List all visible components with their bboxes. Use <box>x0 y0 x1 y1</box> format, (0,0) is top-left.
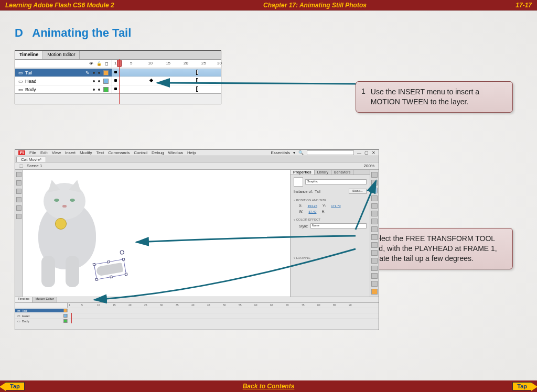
layer-body[interactable]: ▭ Body <box>15 85 112 93</box>
window-maximize-icon[interactable]: ▢ <box>364 150 369 155</box>
layer-icon: ▭ <box>18 87 23 92</box>
line-tool-icon[interactable] <box>371 219 378 224</box>
bottom-timeline: Timeline Motion Editor 1 5 10 15 20 25 3… <box>15 297 379 330</box>
color-swatch <box>103 70 109 75</box>
style-dropdown[interactable]: None <box>310 223 367 228</box>
section-prefix: D <box>15 26 29 40</box>
tap-prev-button[interactable]: Tap <box>5 382 25 390</box>
color-swatch <box>103 79 109 84</box>
track-tail[interactable] <box>112 69 221 77</box>
bt-layer-head[interactable]: ▭Head <box>15 314 68 318</box>
search-input[interactable] <box>307 150 354 155</box>
paint-bucket-tool-icon[interactable] <box>371 250 378 256</box>
dock-icon[interactable] <box>16 180 22 186</box>
x-value[interactable]: 154.25 <box>308 204 317 208</box>
menu-text[interactable]: Text <box>96 150 104 155</box>
tab-library[interactable]: Library <box>315 170 331 175</box>
bt-tab-motion[interactable]: Motion Editor <box>33 297 57 302</box>
section-position-size: ▿ POSITION AND SIZE <box>294 198 367 202</box>
selection-tool-icon[interactable] <box>371 172 378 178</box>
left-dock <box>15 170 23 297</box>
menu-file[interactable]: File <box>29 150 36 155</box>
menu-help[interactable]: Help <box>187 150 196 155</box>
section-title-text: Animating the Tail <box>32 26 131 39</box>
header-center: Chapter 17: Animating Still Photos <box>263 2 367 9</box>
hand-tool-icon[interactable] <box>371 273 378 279</box>
pencil-tool-icon[interactable] <box>371 234 378 240</box>
color-swatch <box>103 87 109 92</box>
menu-debug[interactable]: Debug <box>152 150 164 155</box>
tools-panel <box>370 170 379 297</box>
tab-motion-editor[interactable]: Motion Editor <box>43 51 80 59</box>
zoom-level[interactable]: 200% <box>364 164 374 168</box>
menu-edit[interactable]: Edit <box>40 150 48 155</box>
frame-ruler: 1 5 10 15 20 25 30 <box>112 60 221 68</box>
properties-panel: Properties Library Behaviors Graphic Ins… <box>291 170 370 297</box>
tab-timeline[interactable]: Timeline <box>15 51 43 59</box>
tap-next-button[interactable]: Tap <box>512 382 532 390</box>
track-body[interactable] <box>112 85 221 93</box>
timeline-closeup: Timeline Motion Editor 👁 🔒 ◻ 1 5 10 15 2… <box>15 50 221 104</box>
section-heading: D Animating the Tail <box>15 26 522 40</box>
y-value[interactable]: 171.70 <box>331 204 340 208</box>
bt-layer-tail[interactable]: ▭Tail <box>15 309 68 312</box>
outline-icon[interactable]: ◻ <box>105 61 109 66</box>
workspace-dropdown[interactable]: Essentials <box>271 150 290 155</box>
lock-icon[interactable]: 🔒 <box>96 61 102 66</box>
document-tab[interactable]: Cat Movie* <box>16 157 46 162</box>
swap-button[interactable]: Swap... <box>349 189 367 194</box>
back-to-contents-link[interactable]: Back to Contents <box>243 383 295 390</box>
rectangle-tool-icon[interactable] <box>371 226 378 232</box>
w-value[interactable]: 57.40 <box>308 210 316 213</box>
dock-icon[interactable] <box>16 205 22 211</box>
eraser-tool-icon[interactable] <box>371 266 378 271</box>
instance-type-dropdown[interactable]: Graphic <box>305 179 367 184</box>
bt-tab-timeline[interactable]: Timeline <box>15 297 33 302</box>
free-transform-tool-icon[interactable] <box>371 188 378 193</box>
header-right: 17-17 <box>515 2 532 9</box>
dock-icon[interactable] <box>16 172 22 177</box>
tab-properties[interactable]: Properties <box>291 170 315 175</box>
brush-tool-icon[interactable] <box>371 242 378 248</box>
layer-head[interactable]: ▭ Head <box>15 77 112 85</box>
scene-icon: ⬚ <box>19 164 24 168</box>
menu-modify[interactable]: Modify <box>80 150 92 155</box>
bt-layer-body[interactable]: ▭Body <box>15 319 68 323</box>
track-head[interactable] <box>112 77 221 85</box>
window-close-icon[interactable]: ✕ <box>372 150 375 155</box>
menu-insert[interactable]: Insert <box>65 150 76 155</box>
rotate-handle-icon[interactable] <box>120 250 124 255</box>
section-looping: ▿ LOOPING <box>294 256 367 259</box>
subselection-tool-icon[interactable] <box>371 180 378 186</box>
eye-icon[interactable]: 👁 <box>89 61 93 66</box>
stroke-color-icon[interactable] <box>371 289 378 295</box>
zoom-tool-icon[interactable] <box>371 281 378 287</box>
pen-tool-icon[interactable] <box>371 203 378 209</box>
menu-view[interactable]: View <box>52 150 61 155</box>
menu-window[interactable]: Window <box>168 150 183 155</box>
tail-transform-box[interactable] <box>94 259 126 280</box>
scene-name[interactable]: Scene 1 <box>27 164 42 168</box>
lasso-tool-icon[interactable] <box>371 195 378 201</box>
header-left: Learning Adobe Flash CS6 Module 2 <box>5 2 114 9</box>
instance-of-value: Tail <box>315 190 320 193</box>
dock-icon[interactable] <box>16 189 22 194</box>
stage[interactable] <box>23 170 291 297</box>
callout-text: Select the FREE TRANSFORM TOOL and, with… <box>371 234 505 264</box>
callout-text: Use the INSERT menu to insert a MOTION T… <box>371 87 505 107</box>
dock-icon[interactable] <box>16 214 22 219</box>
dock-icon[interactable] <box>16 197 22 202</box>
bt-ruler: 1 5 10 15 20 25 30 35 40 45 50 55 60 65 … <box>68 303 379 308</box>
layer-tail[interactable]: ▭ Tail ✎ <box>15 69 112 77</box>
text-tool-icon[interactable] <box>371 211 378 216</box>
window-minimize-icon[interactable]: — <box>357 150 361 155</box>
callout-step-2: 2 Select the FREE TRANSFORM TOOL and, wi… <box>356 228 513 269</box>
callout-number: 1 <box>361 87 366 107</box>
eyedropper-tool-icon[interactable] <box>371 258 378 264</box>
tab-behaviors[interactable]: Behaviors <box>331 170 353 175</box>
pencil-icon: ✎ <box>85 70 90 75</box>
menu-control[interactable]: Control <box>134 150 147 155</box>
layer-icon: ▭ <box>18 70 23 75</box>
menu-commands[interactable]: Commands <box>108 150 130 155</box>
flash-app-screenshot: Fl File Edit View Insert Modify Text Com… <box>15 149 379 330</box>
